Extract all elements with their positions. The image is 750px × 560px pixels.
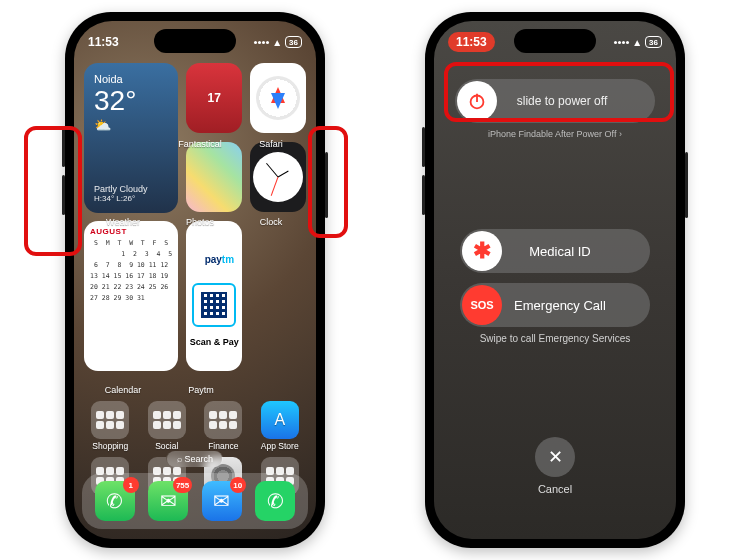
- close-icon: ✕: [535, 437, 575, 477]
- medical-icon: ✱: [462, 231, 502, 271]
- phone-icon: ✆: [106, 489, 123, 513]
- clock-widget[interactable]: [250, 142, 306, 212]
- dock-phone[interactable]: ✆1: [95, 481, 135, 521]
- dock-mail[interactable]: ✉10: [202, 481, 242, 521]
- findable-note[interactable]: iPhone Findable After Power Off: [434, 129, 676, 139]
- paytm-action: Scan & Pay: [190, 337, 239, 347]
- label-paytm: Paytm: [166, 385, 236, 395]
- annotation-side-button: [308, 126, 348, 238]
- label-fantastical: Fantastical: [167, 139, 233, 149]
- safari-icon: [256, 76, 300, 120]
- photos-widget[interactable]: [186, 142, 242, 212]
- badge-phone: 1: [123, 477, 139, 493]
- dock-whatsapp[interactable]: ✆: [255, 481, 295, 521]
- label-safari: Safari: [238, 139, 304, 149]
- annotation-volume-buttons: [24, 126, 82, 256]
- annotation-power-slider: [444, 62, 674, 122]
- paytm-logo: paytm: [205, 254, 234, 265]
- badge-messages: 755: [173, 477, 192, 493]
- status-right: ▲ 36: [254, 36, 302, 48]
- label-clock: Clock: [238, 217, 304, 227]
- clock-icon: [253, 152, 303, 202]
- dock: ✆1 ✉755 ✉10 ✆: [82, 473, 308, 529]
- cloud-icon: ⛅: [94, 117, 111, 133]
- weather-location: Noida: [94, 73, 123, 85]
- weather-widget[interactable]: Noida 32° ⛅ Partly Cloudy H:34° L:26°: [84, 63, 178, 213]
- status-right: ▲ 36: [614, 36, 662, 48]
- volume-down-button[interactable]: [422, 175, 425, 215]
- wifi-icon: ▲: [272, 37, 282, 48]
- sos-icon: SOS: [462, 285, 502, 325]
- dynamic-island: [514, 29, 596, 53]
- medical-label: Medical ID: [504, 244, 650, 259]
- volume-up-button[interactable]: [422, 127, 425, 167]
- whatsapp-icon: ✆: [267, 489, 284, 513]
- folder-social[interactable]: Social: [141, 401, 194, 451]
- folder-shopping[interactable]: Shopping: [84, 401, 137, 451]
- calendar-month: AUGUST: [90, 227, 127, 236]
- iphone-left: 11:53 ▲ 36 Noida 32° ⛅ Partly Cloudy H:3…: [65, 12, 325, 548]
- status-time-recording: 11:53: [448, 32, 495, 52]
- badge-mail: 10: [230, 477, 246, 493]
- signal-icon: [614, 41, 629, 44]
- battery-icon: 36: [285, 36, 302, 48]
- dynamic-island: [154, 29, 236, 53]
- qr-icon: [192, 283, 236, 327]
- mail-icon: ✉: [213, 489, 230, 513]
- home-screen: 11:53 ▲ 36 Noida 32° ⛅ Partly Cloudy H:3…: [74, 21, 316, 539]
- weather-condition: Partly Cloudy: [94, 184, 148, 194]
- emergency-slider[interactable]: SOS Emergency Call: [460, 283, 650, 327]
- label-weather: Weather: [88, 217, 158, 227]
- search-icon: ⌕: [177, 454, 185, 464]
- safari-widget[interactable]: [250, 63, 306, 133]
- weather-hilo: H:34° L:26°: [94, 194, 135, 203]
- app-appstore[interactable]: AApp Store: [254, 401, 307, 451]
- calendar-day-icon: 17: [207, 91, 220, 105]
- cancel-button[interactable]: ✕ Cancel: [535, 437, 575, 495]
- signal-icon: [254, 41, 269, 44]
- fantastical-widget[interactable]: 17: [186, 63, 242, 133]
- spotlight-search[interactable]: ⌕ Search: [167, 451, 223, 467]
- side-button[interactable]: [685, 152, 688, 218]
- medical-id-slider[interactable]: ✱ Medical ID: [460, 229, 650, 273]
- folder-finance[interactable]: Finance: [197, 401, 250, 451]
- weather-temp: 32°: [94, 85, 136, 117]
- label-calendar: Calendar: [88, 385, 158, 395]
- calendar-widget[interactable]: AUGUST S M T W T F S 1 2 3 4 5 6 7 8 9 1…: [84, 221, 178, 371]
- status-time: 11:53: [88, 35, 119, 49]
- appstore-icon: A: [261, 401, 299, 439]
- label-photos: Photos: [167, 217, 233, 227]
- swipe-hint: Swipe to call Emergency Services: [434, 333, 676, 344]
- calendar-grid: S M T W T F S 1 2 3 4 5 6 7 8 9 10 11 12…: [90, 238, 172, 304]
- dock-messages[interactable]: ✉755: [148, 481, 188, 521]
- battery-icon: 36: [645, 36, 662, 48]
- paytm-widget[interactable]: paytm Scan & Pay: [186, 221, 242, 371]
- emergency-label: Emergency Call: [504, 298, 650, 313]
- message-icon: ✉: [160, 489, 177, 513]
- cancel-label: Cancel: [538, 483, 572, 495]
- wifi-icon: ▲: [632, 37, 642, 48]
